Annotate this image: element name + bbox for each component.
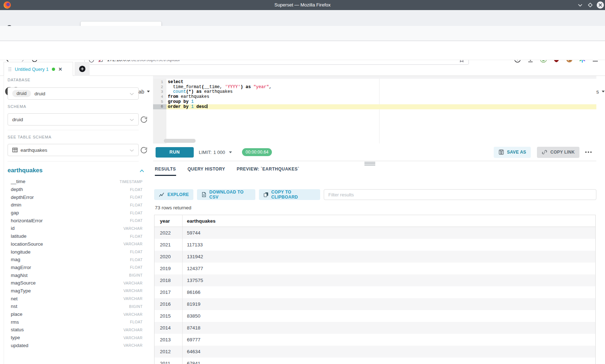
line-number: 1 — [153, 80, 166, 85]
refresh-table-icon[interactable] — [140, 146, 148, 154]
table-select[interactable]: earthquakes — [8, 144, 139, 156]
cell-earthquakes: 137575 — [183, 274, 596, 286]
column-type: VARCHAR — [124, 312, 143, 317]
line-code: count(*) as earthquakes — [166, 90, 596, 95]
schema-select[interactable]: druid — [8, 113, 139, 126]
results-column-header[interactable]: earthquakes — [183, 215, 596, 227]
limit-value: 1 000 — [213, 150, 225, 155]
collapse-chevron-up-icon[interactable] — [140, 169, 144, 172]
column-name: nst — [11, 304, 17, 309]
window-title: Superset — Mozilla Firefox — [0, 0, 605, 10]
browser-toolbar: 172.18.0.3:32108/superset/sqllab/ UO — [0, 26, 605, 41]
run-button[interactable]: RUN — [156, 147, 194, 158]
column-name: magError — [11, 265, 31, 270]
copy-to-clipboard-button[interactable]: COPY TO CLIPBOARD — [259, 189, 320, 200]
drag-dots-icon[interactable] — [8, 67, 12, 72]
limit-dropdown[interactable]: LIMIT: 1 000 — [199, 150, 232, 155]
chevron-down-icon — [130, 119, 134, 121]
sql-editor[interactable]: 1 select 2 time_format(__time, 'YYYY') a… — [153, 79, 596, 144]
editor-line[interactable]: 6 order by 1 desc — [153, 104, 596, 109]
divider — [8, 161, 139, 161]
link-icon — [542, 149, 547, 155]
sql-editor-lines: 1 select 2 time_format(__time, 'YYYY') a… — [153, 80, 596, 109]
file-icon — [202, 192, 206, 197]
column-type: FLOAT — [130, 195, 143, 199]
query-status-dot — [52, 68, 55, 71]
column-name: __time — [11, 179, 26, 184]
window-close-icon[interactable] — [596, 1, 604, 9]
more-options-icon[interactable] — [584, 151, 593, 153]
cell-year: 2015 — [154, 310, 183, 322]
column-type: VARCHAR — [124, 226, 143, 231]
column-name: mag — [11, 257, 20, 262]
add-query-tab-button[interactable] — [75, 62, 90, 76]
table-icon — [12, 147, 18, 153]
rows-returned-status: 73 rows returned — [155, 205, 191, 210]
table-row: 2021117133 — [154, 239, 596, 251]
table-row: 201487418 — [154, 322, 596, 334]
column-list: __time TIMESTAMP depth FLOAT depthError … — [11, 178, 143, 349]
superset-navbar: Superset Dashboards Charts SQL Lab Data … — [0, 41, 605, 60]
column-name: place — [11, 311, 22, 317]
query-tab-untitled-query-1[interactable]: Untitled Query 1 ✕ — [4, 62, 73, 76]
cell-earthquakes: 81919 — [183, 298, 596, 310]
column-type: FLOAT — [130, 218, 143, 223]
tab-preview-earthquakes[interactable]: PREVIEW: `EARTHQUAKES` — [237, 167, 299, 176]
column-type: FLOAT — [130, 187, 143, 192]
results-toolbar: EXPLORE DOWNLOAD TO CSV COPY TO CLIPBOAR… — [154, 189, 596, 200]
column-name: latitude — [11, 233, 27, 239]
cell-earthquakes: 117133 — [183, 239, 596, 251]
database-select[interactable]: druid druid — [8, 87, 139, 100]
window-maximize-icon[interactable] — [587, 2, 593, 8]
database-value: druid — [35, 91, 45, 96]
table-column-row: rms FLOAT — [11, 318, 143, 326]
table-column-row: dmin FLOAT — [11, 201, 143, 209]
copy-link-button[interactable]: COPY LINK — [537, 147, 579, 158]
download-to-csv-button[interactable]: DOWNLOAD TO CSV — [197, 189, 255, 200]
column-name: type — [11, 335, 20, 340]
editor-line[interactable]: 5 group by 1 — [153, 100, 596, 105]
editor-line[interactable]: 4 from earthquakes — [153, 95, 596, 100]
line-chart-icon — [159, 192, 165, 197]
column-type: FLOAT — [130, 234, 143, 238]
editor-line[interactable]: 1 select — [153, 80, 596, 85]
line-code: from earthquakes — [166, 95, 596, 100]
explore-button[interactable]: EXPLORE — [154, 189, 193, 200]
tab-results[interactable]: RESULTS — [155, 167, 176, 176]
save-as-button[interactable]: SAVE AS — [494, 147, 531, 158]
table-row: 2019124377 — [154, 263, 596, 274]
column-type: VARCHAR — [124, 242, 143, 246]
chevron-down-icon — [602, 91, 605, 92]
editor-hscrollbar[interactable] — [164, 139, 196, 143]
table-schema-title[interactable]: earthquakes — [8, 167, 42, 174]
window-minimize-icon[interactable] — [577, 2, 583, 8]
refresh-schema-icon[interactable] — [140, 116, 148, 123]
close-query-tab-icon[interactable]: ✕ — [58, 67, 62, 72]
cell-earthquakes: 83850 — [183, 310, 596, 322]
table-column-row: __time TIMESTAMP — [11, 178, 143, 186]
filter-results-input[interactable] — [324, 189, 596, 200]
results-table-body: 2022597442021117133202013194220191243772… — [154, 227, 596, 364]
table-column-row: mag FLOAT — [11, 256, 143, 264]
editor-line[interactable]: 3 count(*) as earthquakes — [153, 90, 596, 95]
cell-year: 2020 — [154, 251, 183, 263]
table-row: 201786166 — [154, 286, 596, 298]
results-tabs: RESULTS QUERY HISTORY PREVIEW: `EARTHQUA… — [155, 167, 299, 176]
schema-value: druid — [12, 117, 23, 122]
table-column-row: magSource VARCHAR — [11, 279, 143, 287]
browser-tabstrip: Apache Druid ✕ Superset ✕ — [0, 10, 605, 26]
tab-query-history[interactable]: QUERY HISTORY — [188, 167, 225, 176]
cell-year: 2011 — [154, 358, 183, 364]
table-row: 2018137575 — [154, 274, 596, 286]
column-name: longitude — [11, 249, 31, 255]
column-name: id — [11, 226, 15, 231]
table-column-row: id VARCHAR — [11, 224, 143, 232]
cell-earthquakes: 131942 — [183, 251, 596, 263]
cell-earthquakes: 124377 — [183, 263, 596, 274]
editor-line[interactable]: 2 time_format(__time, 'YYYY') as "year", — [153, 85, 596, 90]
chevron-down-icon — [147, 91, 150, 92]
results-column-header[interactable]: year — [154, 215, 183, 227]
table-value: earthquakes — [21, 147, 47, 153]
column-type: FLOAT — [130, 250, 143, 254]
results-table: yearearthquakes 202259744202111713320201… — [154, 215, 596, 364]
